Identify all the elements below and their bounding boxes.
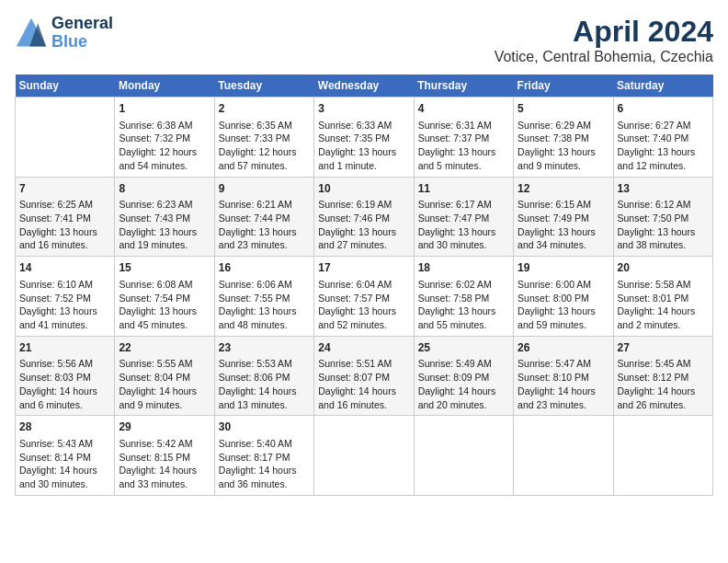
cell-info-line: and 34 minutes. <box>518 238 609 252</box>
calendar-cell <box>314 416 414 496</box>
calendar-cell <box>16 98 115 178</box>
day-header-monday: Monday <box>115 75 214 98</box>
cell-info-line: and 19 minutes. <box>119 238 210 252</box>
day-number: 2 <box>219 101 310 117</box>
calendar-cell: 17Sunrise: 6:04 AMSunset: 7:57 PMDayligh… <box>314 257 414 337</box>
logo-line2: Blue <box>51 33 113 52</box>
cell-info-line: Daylight: 13 hours <box>618 145 709 159</box>
cell-info-line: Sunrise: 5:42 AM <box>119 437 210 451</box>
day-number: 17 <box>318 260 409 276</box>
calendar-title: April 2024 <box>495 15 713 49</box>
cell-info-line: Daylight: 13 hours <box>618 225 709 239</box>
cell-info-line: Daylight: 13 hours <box>318 145 409 159</box>
cell-info-line: Sunrise: 5:45 AM <box>618 357 709 371</box>
calendar-cell: 13Sunrise: 6:12 AMSunset: 7:50 PMDayligh… <box>613 177 712 257</box>
cell-info-line: Sunset: 8:17 PM <box>219 451 310 465</box>
cell-info-line: Sunrise: 6:06 AM <box>219 278 310 292</box>
cell-info-line: Sunrise: 5:58 AM <box>618 278 709 292</box>
day-number: 12 <box>518 181 609 197</box>
cell-info-line: Sunset: 8:07 PM <box>318 371 409 385</box>
cell-info-line: and 13 minutes. <box>219 398 310 412</box>
cell-info-line: Sunset: 7:44 PM <box>219 212 310 225</box>
cell-info-line: and 30 minutes. <box>19 477 110 491</box>
day-header-friday: Friday <box>514 75 613 98</box>
cell-info-line: Sunset: 7:50 PM <box>618 212 709 225</box>
cell-info-line: Daylight: 13 hours <box>19 304 110 318</box>
cell-info-line: Sunset: 8:04 PM <box>119 371 210 385</box>
day-number: 29 <box>119 419 210 435</box>
cell-info-line: Sunset: 8:00 PM <box>518 292 609 305</box>
cell-info-line: Daylight: 12 hours <box>219 145 310 159</box>
cell-info-line: Daylight: 13 hours <box>219 225 310 239</box>
week-row: 7Sunrise: 6:25 AMSunset: 7:41 PMDaylight… <box>16 177 713 257</box>
cell-info-line: Daylight: 13 hours <box>518 225 609 239</box>
cell-info-line: Sunrise: 5:47 AM <box>518 357 609 371</box>
calendar-cell: 2Sunrise: 6:35 AMSunset: 7:33 PMDaylight… <box>214 98 313 178</box>
calendar-cell: 16Sunrise: 6:06 AMSunset: 7:55 PMDayligh… <box>214 257 313 337</box>
cell-info-line: Daylight: 14 hours <box>418 385 509 398</box>
day-number: 13 <box>618 181 709 197</box>
cell-info-line: Daylight: 14 hours <box>618 304 709 318</box>
cell-info-line: Sunrise: 6:21 AM <box>219 198 310 212</box>
cell-info-line: Sunset: 7:52 PM <box>19 292 110 305</box>
cell-info-line: Daylight: 14 hours <box>19 464 110 477</box>
cell-info-line: Sunrise: 6:00 AM <box>518 278 609 292</box>
cell-info-line: Sunrise: 6:29 AM <box>518 119 609 132</box>
calendar-cell: 27Sunrise: 5:45 AMSunset: 8:12 PMDayligh… <box>613 336 712 416</box>
day-header-wednesday: Wednesday <box>314 75 414 98</box>
cell-info-line: Sunrise: 5:49 AM <box>418 357 509 371</box>
calendar-cell: 21Sunrise: 5:56 AMSunset: 8:03 PMDayligh… <box>16 336 115 416</box>
cell-info-line: and 23 minutes. <box>219 238 310 252</box>
calendar-cell: 18Sunrise: 6:02 AMSunset: 7:58 PMDayligh… <box>414 257 513 337</box>
week-row: 21Sunrise: 5:56 AMSunset: 8:03 PMDayligh… <box>16 336 713 416</box>
cell-info-line: Sunrise: 6:38 AM <box>119 119 210 132</box>
calendar-cell: 25Sunrise: 5:49 AMSunset: 8:09 PMDayligh… <box>414 336 513 416</box>
calendar-cell: 11Sunrise: 6:17 AMSunset: 7:47 PMDayligh… <box>414 177 513 257</box>
cell-info-line: Daylight: 13 hours <box>418 225 509 239</box>
cell-info-line: and 54 minutes. <box>119 159 210 173</box>
cell-info-line: Sunrise: 5:55 AM <box>119 357 210 371</box>
calendar-cell: 29Sunrise: 5:42 AMSunset: 8:15 PMDayligh… <box>115 416 214 496</box>
cell-info-line: Daylight: 14 hours <box>219 385 310 398</box>
cell-info-line: and 1 minute. <box>318 159 409 173</box>
day-number: 24 <box>318 340 409 356</box>
cell-info-line: and 23 minutes. <box>518 398 609 412</box>
cell-info-line: Daylight: 14 hours <box>219 464 310 477</box>
cell-info-line: and 41 minutes. <box>19 318 110 332</box>
day-number: 28 <box>19 419 110 435</box>
cell-info-line: Daylight: 13 hours <box>119 225 210 239</box>
cell-info-line: Sunset: 7:57 PM <box>318 292 409 305</box>
cell-info-line: Sunrise: 6:27 AM <box>618 119 709 132</box>
day-number: 14 <box>19 260 110 276</box>
logo: General Blue <box>15 15 113 52</box>
cell-info-line: and 33 minutes. <box>119 477 210 491</box>
day-number: 8 <box>119 181 210 197</box>
cell-info-line: Sunset: 7:35 PM <box>318 132 409 145</box>
calendar-cell: 10Sunrise: 6:19 AMSunset: 7:46 PMDayligh… <box>314 177 414 257</box>
cell-info-line: Daylight: 13 hours <box>518 304 609 318</box>
calendar-cell: 15Sunrise: 6:08 AMSunset: 7:54 PMDayligh… <box>115 257 214 337</box>
cell-info-line: Sunset: 7:49 PM <box>518 212 609 225</box>
cell-info-line: and 26 minutes. <box>618 398 709 412</box>
day-header-thursday: Thursday <box>414 75 513 98</box>
week-row: 14Sunrise: 6:10 AMSunset: 7:52 PMDayligh… <box>16 257 713 337</box>
cell-info-line: Sunrise: 6:12 AM <box>618 198 709 212</box>
cell-info-line: Daylight: 13 hours <box>318 304 409 318</box>
cell-info-line: Sunrise: 6:08 AM <box>119 278 210 292</box>
cell-info-line: Daylight: 14 hours <box>318 385 409 398</box>
cell-info-line: Sunrise: 5:56 AM <box>19 357 110 371</box>
cell-info-line: Sunset: 7:47 PM <box>418 212 509 225</box>
cell-info-line: Sunset: 7:40 PM <box>618 132 709 145</box>
calendar-cell: 19Sunrise: 6:00 AMSunset: 8:00 PMDayligh… <box>514 257 613 337</box>
calendar-cell: 9Sunrise: 6:21 AMSunset: 7:44 PMDaylight… <box>214 177 313 257</box>
day-number: 23 <box>219 340 310 356</box>
cell-info-line: Sunset: 8:06 PM <box>219 371 310 385</box>
logo-line1: General <box>51 15 113 33</box>
cell-info-line: Daylight: 14 hours <box>119 385 210 398</box>
cell-info-line: Sunset: 7:33 PM <box>219 132 310 145</box>
cell-info-line: Sunrise: 5:51 AM <box>318 357 409 371</box>
cell-info-line: and 30 minutes. <box>418 238 509 252</box>
cell-info-line: and 6 minutes. <box>19 398 110 412</box>
calendar-cell: 7Sunrise: 6:25 AMSunset: 7:41 PMDaylight… <box>16 177 115 257</box>
cell-info-line: and 16 minutes. <box>318 398 409 412</box>
